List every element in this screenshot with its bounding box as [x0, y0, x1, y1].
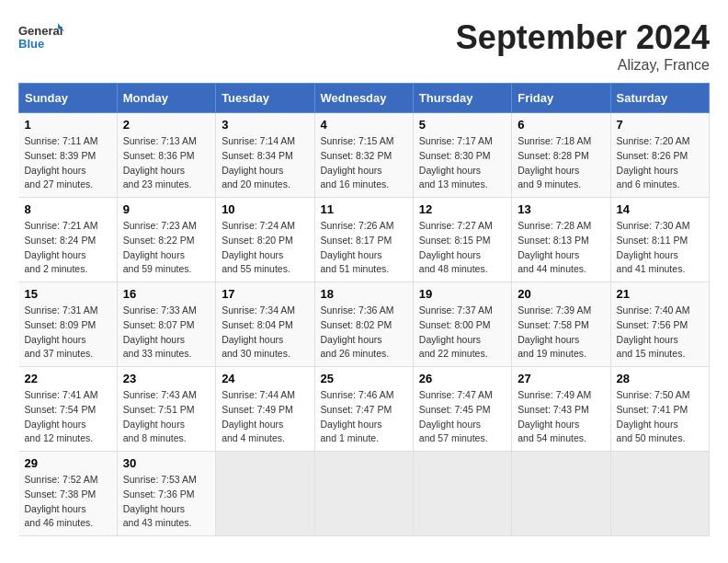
- daylight-and: and 46 minutes.: [25, 517, 94, 528]
- day-info: Sunrise: 7:14 AM Sunset: 8:34 PM Dayligh…: [222, 134, 308, 192]
- daylight-label: Daylight hours: [25, 165, 86, 176]
- location: Alizay, France: [456, 57, 710, 74]
- calendar-cell: 24 Sunrise: 7:44 AM Sunset: 7:49 PM Dayl…: [216, 367, 314, 452]
- day-number: 21: [617, 287, 703, 301]
- daylight-and: and 51 minutes.: [321, 263, 390, 274]
- daylight-label: Daylight hours: [518, 334, 579, 345]
- daylight-and: and 43 minutes.: [123, 517, 192, 528]
- day-number: 5: [419, 118, 506, 132]
- day-info: Sunrise: 7:41 AM Sunset: 7:54 PM Dayligh…: [25, 388, 111, 446]
- daylight-and: and 30 minutes.: [222, 348, 290, 359]
- calendar-cell: 5 Sunrise: 7:17 AM Sunset: 8:30 PM Dayli…: [413, 113, 511, 198]
- calendar-table: Sunday Monday Tuesday Wednesday Thursday…: [18, 83, 710, 536]
- day-info: Sunrise: 7:11 AM Sunset: 8:39 PM Dayligh…: [25, 134, 111, 192]
- daylight-and: and 8 minutes.: [123, 432, 187, 443]
- col-tuesday: Tuesday: [216, 84, 314, 113]
- calendar-cell: 25 Sunrise: 7:46 AM Sunset: 7:47 PM Dayl…: [314, 367, 413, 452]
- day-info: Sunrise: 7:17 AM Sunset: 8:30 PM Dayligh…: [419, 134, 506, 192]
- calendar-cell: 20 Sunrise: 7:39 AM Sunset: 7:58 PM Dayl…: [512, 282, 610, 367]
- daylight-label: Daylight hours: [123, 165, 185, 176]
- daylight-label: Daylight hours: [419, 165, 481, 176]
- daylight-and: and 9 minutes.: [518, 178, 581, 190]
- daylight-and: and 4 minutes.: [222, 432, 285, 443]
- day-number: 13: [518, 202, 604, 216]
- day-number: 6: [518, 118, 604, 132]
- daylight-label: Daylight hours: [25, 249, 86, 260]
- daylight-and: and 50 minutes.: [617, 432, 686, 443]
- daylight-and: and 15 minutes.: [617, 348, 686, 359]
- month-title: September 2024: [456, 18, 710, 57]
- daylight-and: and 26 minutes.: [321, 348, 390, 359]
- calendar-cell: 13 Sunrise: 7:28 AM Sunset: 8:13 PM Dayl…: [512, 198, 610, 282]
- day-number: 19: [419, 287, 506, 301]
- calendar-cell: 17 Sunrise: 7:34 AM Sunset: 8:04 PM Dayl…: [216, 282, 314, 367]
- day-info: Sunrise: 7:20 AM Sunset: 8:26 PM Dayligh…: [617, 134, 703, 192]
- day-number: 8: [25, 202, 111, 216]
- daylight-label: Daylight hours: [419, 334, 481, 345]
- day-number: 16: [123, 287, 210, 301]
- daylight-and: and 54 minutes.: [518, 432, 586, 443]
- daylight-label: Daylight hours: [123, 249, 185, 260]
- calendar-cell: 23 Sunrise: 7:43 AM Sunset: 7:51 PM Dayl…: [117, 367, 215, 452]
- daylight-label: Daylight hours: [518, 419, 579, 430]
- calendar-cell: 18 Sunrise: 7:36 AM Sunset: 8:02 PM Dayl…: [314, 282, 413, 367]
- day-info: Sunrise: 7:43 AM Sunset: 7:51 PM Dayligh…: [123, 388, 210, 446]
- calendar-cell: 30 Sunrise: 7:53 AM Sunset: 7:36 PM Dayl…: [117, 452, 215, 536]
- day-info: Sunrise: 7:50 AM Sunset: 7:41 PM Dayligh…: [617, 388, 703, 446]
- day-number: 14: [617, 202, 703, 216]
- calendar-cell: 27 Sunrise: 7:49 AM Sunset: 7:43 PM Dayl…: [512, 367, 610, 452]
- day-number: 7: [617, 118, 703, 132]
- day-info: Sunrise: 7:39 AM Sunset: 7:58 PM Dayligh…: [518, 304, 604, 362]
- calendar-cell: 22 Sunrise: 7:41 AM Sunset: 7:54 PM Dayl…: [19, 367, 118, 452]
- calendar-cell: 11 Sunrise: 7:26 AM Sunset: 8:17 PM Dayl…: [314, 198, 413, 282]
- day-number: 9: [123, 202, 210, 216]
- logo: General Blue: [18, 18, 64, 55]
- calendar-cell: 12 Sunrise: 7:27 AM Sunset: 8:15 PM Dayl…: [413, 198, 511, 282]
- daylight-and: and 44 minutes.: [518, 263, 586, 274]
- day-number: 10: [222, 202, 308, 216]
- day-info: Sunrise: 7:13 AM Sunset: 8:36 PM Dayligh…: [123, 134, 210, 192]
- day-number: 4: [321, 118, 407, 132]
- calendar-week-1: 1 Sunrise: 7:11 AM Sunset: 8:39 PM Dayli…: [19, 113, 710, 198]
- calendar-header-row: Sunday Monday Tuesday Wednesday Thursday…: [19, 84, 710, 113]
- calendar-cell: 14 Sunrise: 7:30 AM Sunset: 8:11 PM Dayl…: [610, 198, 709, 282]
- calendar-cell: 3 Sunrise: 7:14 AM Sunset: 8:34 PM Dayli…: [216, 113, 314, 198]
- day-info: Sunrise: 7:24 AM Sunset: 8:20 PM Dayligh…: [222, 219, 308, 277]
- calendar-cell: [314, 452, 413, 536]
- day-number: 29: [25, 456, 111, 470]
- daylight-label: Daylight hours: [518, 249, 579, 260]
- daylight-label: Daylight hours: [123, 334, 185, 345]
- daylight-and: and 19 minutes.: [518, 348, 586, 359]
- day-info: Sunrise: 7:33 AM Sunset: 8:07 PM Dayligh…: [123, 304, 210, 362]
- calendar-cell: 1 Sunrise: 7:11 AM Sunset: 8:39 PM Dayli…: [19, 113, 118, 198]
- daylight-and: and 37 minutes.: [25, 348, 94, 359]
- day-number: 30: [123, 456, 210, 470]
- day-number: 23: [123, 372, 210, 385]
- col-monday: Monday: [117, 84, 215, 113]
- daylight-and: and 12 minutes.: [25, 432, 94, 443]
- day-info: Sunrise: 7:27 AM Sunset: 8:15 PM Dayligh…: [419, 219, 506, 277]
- calendar-week-2: 8 Sunrise: 7:21 AM Sunset: 8:24 PM Dayli…: [19, 198, 710, 282]
- day-number: 18: [321, 287, 407, 301]
- calendar-cell: 10 Sunrise: 7:24 AM Sunset: 8:20 PM Dayl…: [216, 198, 314, 282]
- calendar-cell: 19 Sunrise: 7:37 AM Sunset: 8:00 PM Dayl…: [413, 282, 511, 367]
- day-info: Sunrise: 7:30 AM Sunset: 8:11 PM Dayligh…: [617, 219, 703, 277]
- day-number: 3: [222, 118, 308, 132]
- day-number: 22: [25, 372, 111, 385]
- day-info: Sunrise: 7:52 AM Sunset: 7:38 PM Dayligh…: [25, 473, 111, 531]
- col-thursday: Thursday: [413, 84, 511, 113]
- daylight-label: Daylight hours: [123, 503, 185, 514]
- daylight-and: and 27 minutes.: [25, 178, 94, 190]
- daylight-label: Daylight hours: [419, 419, 481, 430]
- day-info: Sunrise: 7:46 AM Sunset: 7:47 PM Dayligh…: [321, 388, 407, 446]
- daylight-and: and 16 minutes.: [321, 178, 390, 190]
- daylight-label: Daylight hours: [222, 249, 283, 260]
- day-number: 1: [25, 118, 111, 132]
- day-info: Sunrise: 7:40 AM Sunset: 7:56 PM Dayligh…: [617, 304, 703, 362]
- calendar-week-5: 29 Sunrise: 7:52 AM Sunset: 7:38 PM Dayl…: [19, 452, 710, 536]
- calendar-week-3: 15 Sunrise: 7:31 AM Sunset: 8:09 PM Dayl…: [19, 282, 710, 367]
- daylight-label: Daylight hours: [222, 419, 283, 430]
- day-number: 20: [518, 287, 604, 301]
- col-saturday: Saturday: [610, 84, 709, 113]
- calendar-cell: [216, 452, 314, 536]
